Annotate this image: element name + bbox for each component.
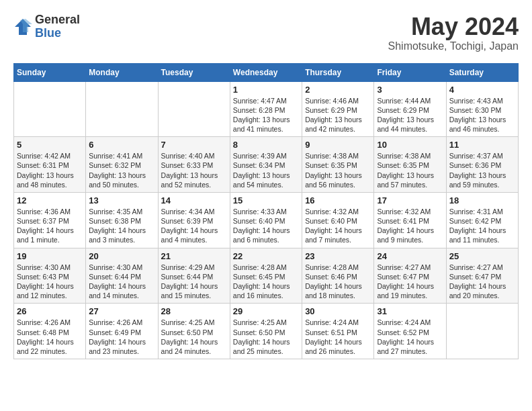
weekday-header-row: SundayMondayTuesdayWednesdayThursdayFrid… [14, 63, 519, 81]
day-number: 28 [161, 306, 227, 316]
weekday-saturday: Saturday [446, 63, 518, 81]
day-cell: 14Sunrise: 4:34 AM Sunset: 6:39 PM Dayli… [158, 192, 230, 248]
calendar: SundayMondayTuesdayWednesdayThursdayFrid… [13, 63, 519, 359]
logo-blue: Blue [35, 27, 80, 40]
day-number: 27 [89, 306, 154, 316]
day-number: 20 [89, 251, 154, 261]
logo-icon [13, 17, 32, 36]
logo-text: General Blue [35, 13, 80, 40]
day-cell: 13Sunrise: 4:35 AM Sunset: 6:38 PM Dayli… [86, 192, 158, 248]
day-cell [446, 304, 518, 359]
day-cell: 27Sunrise: 4:26 AM Sunset: 6:49 PM Dayli… [86, 304, 158, 359]
day-number: 17 [377, 195, 443, 205]
day-info: Sunrise: 4:47 AM Sunset: 6:28 PM Dayligh… [233, 96, 299, 134]
day-info: Sunrise: 4:34 AM Sunset: 6:39 PM Dayligh… [161, 207, 227, 245]
day-cell: 12Sunrise: 4:36 AM Sunset: 6:37 PM Dayli… [14, 192, 86, 248]
day-info: Sunrise: 4:30 AM Sunset: 6:44 PM Dayligh… [89, 263, 154, 301]
day-cell: 4Sunrise: 4:43 AM Sunset: 6:30 PM Daylig… [446, 81, 518, 137]
day-number: 29 [233, 306, 299, 316]
day-number: 16 [305, 195, 371, 205]
day-cell: 17Sunrise: 4:32 AM Sunset: 6:41 PM Dayli… [374, 192, 446, 248]
logo: General Blue [13, 13, 80, 40]
day-info: Sunrise: 4:27 AM Sunset: 6:47 PM Dayligh… [377, 263, 443, 301]
day-info: Sunrise: 4:35 AM Sunset: 6:38 PM Dayligh… [89, 207, 154, 245]
day-number: 7 [161, 140, 227, 150]
day-number: 26 [17, 306, 83, 316]
day-cell [86, 81, 158, 137]
day-cell: 26Sunrise: 4:26 AM Sunset: 6:48 PM Dayli… [14, 304, 86, 359]
day-info: Sunrise: 4:32 AM Sunset: 6:40 PM Dayligh… [305, 207, 371, 245]
day-number: 14 [161, 195, 227, 205]
week-row-1: 1Sunrise: 4:47 AM Sunset: 6:28 PM Daylig… [14, 81, 519, 137]
day-number: 4 [449, 85, 515, 95]
day-info: Sunrise: 4:29 AM Sunset: 6:44 PM Dayligh… [161, 263, 227, 301]
day-number: 30 [305, 306, 371, 316]
day-info: Sunrise: 4:24 AM Sunset: 6:51 PM Dayligh… [305, 318, 371, 356]
day-info: Sunrise: 4:38 AM Sunset: 6:35 PM Dayligh… [305, 151, 371, 189]
day-info: Sunrise: 4:25 AM Sunset: 6:50 PM Dayligh… [161, 318, 227, 356]
day-info: Sunrise: 4:24 AM Sunset: 6:52 PM Dayligh… [377, 318, 443, 356]
day-info: Sunrise: 4:26 AM Sunset: 6:49 PM Dayligh… [89, 318, 154, 356]
week-row-2: 5Sunrise: 4:42 AM Sunset: 6:31 PM Daylig… [14, 137, 519, 193]
day-number: 11 [449, 140, 515, 150]
day-info: Sunrise: 4:28 AM Sunset: 6:45 PM Dayligh… [233, 263, 299, 301]
day-cell: 16Sunrise: 4:32 AM Sunset: 6:40 PM Dayli… [302, 192, 374, 248]
day-info: Sunrise: 4:30 AM Sunset: 6:43 PM Dayligh… [17, 263, 83, 301]
day-cell: 23Sunrise: 4:28 AM Sunset: 6:46 PM Dayli… [302, 248, 374, 304]
day-info: Sunrise: 4:44 AM Sunset: 6:29 PM Dayligh… [377, 96, 443, 134]
day-number: 1 [233, 85, 299, 95]
day-info: Sunrise: 4:31 AM Sunset: 6:42 PM Dayligh… [449, 207, 515, 245]
day-cell: 22Sunrise: 4:28 AM Sunset: 6:45 PM Dayli… [230, 248, 302, 304]
day-number: 18 [449, 195, 515, 205]
day-cell: 24Sunrise: 4:27 AM Sunset: 6:47 PM Dayli… [374, 248, 446, 304]
day-info: Sunrise: 4:27 AM Sunset: 6:47 PM Dayligh… [449, 263, 515, 301]
day-info: Sunrise: 4:28 AM Sunset: 6:46 PM Dayligh… [305, 263, 371, 301]
day-cell: 25Sunrise: 4:27 AM Sunset: 6:47 PM Dayli… [446, 248, 518, 304]
day-number: 31 [377, 306, 443, 316]
day-cell: 7Sunrise: 4:40 AM Sunset: 6:33 PM Daylig… [158, 137, 230, 193]
day-info: Sunrise: 4:38 AM Sunset: 6:35 PM Dayligh… [377, 151, 443, 189]
day-cell: 3Sunrise: 4:44 AM Sunset: 6:29 PM Daylig… [374, 81, 446, 137]
logo-general: General [35, 13, 80, 27]
day-cell: 6Sunrise: 4:41 AM Sunset: 6:32 PM Daylig… [86, 137, 158, 193]
day-number: 19 [17, 251, 83, 261]
header: General Blue May 2024 Shimotsuke, Tochig… [13, 13, 519, 52]
month-title: May 2024 [388, 13, 519, 40]
day-info: Sunrise: 4:40 AM Sunset: 6:33 PM Dayligh… [161, 151, 227, 189]
day-cell: 5Sunrise: 4:42 AM Sunset: 6:31 PM Daylig… [14, 137, 86, 193]
day-number: 25 [449, 251, 515, 261]
title-area: May 2024 Shimotsuke, Tochigi, Japan [388, 13, 519, 52]
day-number: 15 [233, 195, 299, 205]
day-info: Sunrise: 4:37 AM Sunset: 6:36 PM Dayligh… [449, 151, 515, 189]
day-number: 10 [377, 140, 443, 150]
day-number: 12 [17, 195, 83, 205]
weekday-tuesday: Tuesday [158, 63, 230, 81]
week-row-4: 19Sunrise: 4:30 AM Sunset: 6:43 PM Dayli… [14, 248, 519, 304]
day-info: Sunrise: 4:41 AM Sunset: 6:32 PM Dayligh… [89, 151, 154, 189]
day-cell: 2Sunrise: 4:46 AM Sunset: 6:29 PM Daylig… [302, 81, 374, 137]
day-number: 8 [233, 140, 299, 150]
day-info: Sunrise: 4:26 AM Sunset: 6:48 PM Dayligh… [17, 318, 83, 356]
day-cell: 15Sunrise: 4:33 AM Sunset: 6:40 PM Dayli… [230, 192, 302, 248]
weekday-wednesday: Wednesday [230, 63, 302, 81]
week-row-3: 12Sunrise: 4:36 AM Sunset: 6:37 PM Dayli… [14, 192, 519, 248]
day-cell: 31Sunrise: 4:24 AM Sunset: 6:52 PM Dayli… [374, 304, 446, 359]
day-info: Sunrise: 4:36 AM Sunset: 6:37 PM Dayligh… [17, 207, 83, 245]
day-number: 22 [233, 251, 299, 261]
day-number: 13 [89, 195, 154, 205]
day-cell: 19Sunrise: 4:30 AM Sunset: 6:43 PM Dayli… [14, 248, 86, 304]
day-cell: 30Sunrise: 4:24 AM Sunset: 6:51 PM Dayli… [302, 304, 374, 359]
day-cell [14, 81, 86, 137]
day-info: Sunrise: 4:32 AM Sunset: 6:41 PM Dayligh… [377, 207, 443, 245]
day-cell: 1Sunrise: 4:47 AM Sunset: 6:28 PM Daylig… [230, 81, 302, 137]
day-info: Sunrise: 4:43 AM Sunset: 6:30 PM Dayligh… [449, 96, 515, 134]
day-number: 2 [305, 85, 371, 95]
day-cell: 10Sunrise: 4:38 AM Sunset: 6:35 PM Dayli… [374, 137, 446, 193]
day-number: 21 [161, 251, 227, 261]
day-number: 24 [377, 251, 443, 261]
day-cell: 11Sunrise: 4:37 AM Sunset: 6:36 PM Dayli… [446, 137, 518, 193]
week-row-5: 26Sunrise: 4:26 AM Sunset: 6:48 PM Dayli… [14, 304, 519, 359]
day-cell [158, 81, 230, 137]
location-title: Shimotsuke, Tochigi, Japan [388, 40, 519, 52]
weekday-friday: Friday [374, 63, 446, 81]
